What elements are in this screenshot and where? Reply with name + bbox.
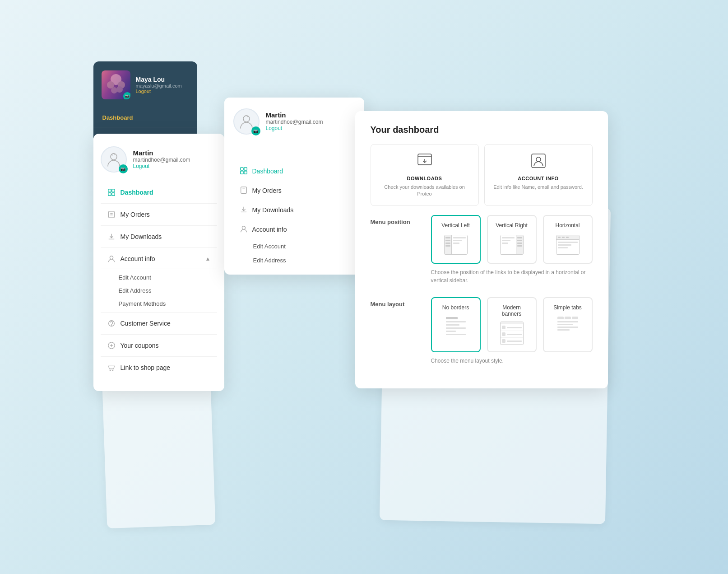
option-no-borders[interactable]: No borders — [431, 297, 481, 352]
downloads-card-title: DOWNLOADS — [377, 176, 472, 181]
submenu-payment[interactable]: Payment Methods — [114, 297, 217, 310]
mid-nav-downloads-label: My Downloads — [252, 206, 294, 214]
nav-link-account-left[interactable]: Account info ▲ — [101, 250, 217, 268]
svg-point-26 — [116, 86, 123, 93]
option-horizontal[interactable]: Horizontal — [543, 215, 593, 264]
dark-nav-dashboard[interactable]: Dashboard — [93, 108, 197, 127]
mid-nav-account[interactable]: Account info — [233, 220, 355, 239]
simple-tabs-preview — [548, 315, 587, 339]
panel-left-nav: 📷 Martin martindhoe@gmail.com Logout — [93, 134, 224, 391]
account-icon-left — [107, 254, 116, 263]
logout-link-left[interactable]: Logout — [133, 163, 190, 169]
user-email-left: martindhoe@gmail.com — [133, 157, 190, 163]
submenu-account-left: Edit Account Edit Address Payment Method… — [101, 269, 217, 310]
dashboard-icon-left — [107, 188, 116, 197]
user-info-mid: 📷 Martin martindhoe@gmail.com Logout — [233, 108, 355, 135]
user-text-left: Martin martindhoe@gmail.com Logout — [133, 149, 190, 169]
svg-point-12 — [110, 370, 111, 371]
submenu-edit-address[interactable]: Edit Address — [114, 284, 217, 297]
mid-account-icon — [240, 225, 248, 234]
account-card-icon — [491, 153, 586, 172]
mid-nav-list: Dashboard My Orders My Downloads — [224, 154, 364, 275]
mid-header: 📷 Martin martindhoe@gmail.com Logout — [224, 98, 364, 154]
no-borders-label: No borders — [436, 304, 475, 311]
svg-rect-15 — [240, 167, 243, 170]
dark-user-email: mayaslu@gmail.com — [136, 83, 182, 89]
svg-rect-4 — [108, 192, 111, 195]
horizontal-label: Horizontal — [548, 222, 587, 229]
modern-banners-label: Modern banners — [492, 304, 531, 317]
option-simple-tabs[interactable]: Simple tabs — [543, 297, 593, 352]
nav-link-coupons-left[interactable]: Your coupons — [101, 336, 217, 355]
nav-link-service-left[interactable]: Customer Service — [101, 314, 217, 332]
downloads-icon-left — [107, 232, 116, 241]
account-card-title: ACCOUNT INFO — [491, 176, 586, 181]
mid-nav-downloads[interactable]: My Downloads — [233, 201, 355, 220]
downloads-card-desc: Check your downloads availables on Prote… — [377, 184, 472, 198]
svg-point-32 — [536, 157, 541, 162]
nav-label-downloads-left: My Downloads — [121, 233, 162, 240]
option-vertical-right[interactable]: Vertical Right — [487, 215, 537, 264]
nav-label-orders-left: My Orders — [121, 211, 150, 218]
option-modern-banners[interactable]: Modern banners — [487, 297, 537, 352]
menu-layout-hint: Choose the menu layout style. — [431, 357, 593, 365]
right-content: Your dashboard DOWNLOADS Check yo — [355, 111, 608, 389]
svg-rect-19 — [241, 187, 246, 193]
dark-header: 📷 Maya Lou mayaslu@gmail.com Logout — [93, 61, 197, 108]
mid-nav-orders[interactable]: My Orders — [233, 181, 355, 201]
user-info-left: 📷 Martin martindhoe@gmail.com Logout — [101, 146, 217, 173]
option-vertical-left[interactable]: Vertical Left — [431, 215, 481, 264]
dashboard-title: Your dashboard — [371, 125, 593, 135]
nav-link-shop-left[interactable]: Link to shop page — [101, 359, 217, 377]
menu-position-section: Menu position Vertical Left — [371, 215, 593, 294]
nav-label-shop-left: Link to shop page — [121, 364, 171, 371]
dark-user-text: Maya Lou mayaslu@gmail.com Logout — [136, 76, 182, 94]
orders-icon-left — [107, 210, 116, 219]
camera-icon-mid[interactable]: 📷 — [251, 126, 260, 135]
no-borders-preview — [436, 315, 475, 339]
nav-link-dashboard-left[interactable]: Dashboard — [101, 183, 217, 201]
service-icon-left — [107, 319, 116, 328]
modern-banners-preview — [492, 322, 531, 345]
menu-layout-label: Menu layout — [371, 301, 420, 308]
user-text-mid: Martin martindhoe@gmail.com Logout — [266, 111, 323, 131]
nav-label-dashboard-left: Dashboard — [121, 189, 153, 196]
mid-downloads-icon — [240, 205, 248, 215]
vertical-left-label: Vertical Left — [436, 222, 475, 229]
nav-item-downloads-left[interactable]: My Downloads — [101, 228, 217, 246]
menu-layout-options: No borders — [431, 297, 593, 352]
nav-item-coupons-left[interactable]: Your coupons — [101, 336, 217, 355]
vertical-right-label: Vertical Right — [492, 222, 531, 229]
nav-item-shop-left[interactable]: Link to shop page — [101, 359, 217, 377]
nav-link-downloads-left[interactable]: My Downloads — [101, 228, 217, 246]
mid-nav-edit-account[interactable]: Edit Account — [233, 239, 355, 253]
svg-rect-3 — [111, 189, 114, 191]
svg-rect-18 — [244, 171, 246, 173]
dark-camera-icon[interactable]: 📷 — [123, 92, 130, 99]
logout-link-mid[interactable]: Logout — [266, 125, 323, 131]
svg-point-11 — [111, 325, 111, 326]
camera-icon-left[interactable]: 📷 — [119, 164, 128, 173]
downloads-card[interactable]: DOWNLOADS Check your downloads available… — [371, 144, 479, 206]
menu-layout-section: Menu layout No borders — [371, 297, 593, 375]
svg-rect-5 — [111, 192, 114, 195]
dark-logout-link[interactable]: Logout — [136, 89, 182, 94]
shop-icon-left — [107, 363, 116, 372]
nav-link-orders-left[interactable]: My Orders — [101, 205, 217, 224]
nav-item-orders-left[interactable]: My Orders — [101, 205, 217, 224]
panel-mid-nav: 📷 Martin martindhoe@gmail.com Logout — [224, 98, 364, 275]
mid-dash-icon — [240, 167, 248, 176]
svg-rect-16 — [244, 167, 246, 170]
mid-nav-edit-address[interactable]: Edit Address — [233, 253, 355, 267]
nav-item-dashboard-left[interactable]: Dashboard — [101, 183, 217, 201]
mid-orders-icon — [240, 186, 248, 196]
svg-rect-2 — [108, 189, 111, 191]
vertical-right-preview — [492, 233, 531, 257]
avatar-wrap-left: 📷 — [101, 146, 127, 173]
nav-item-service-left[interactable]: Customer Service — [101, 314, 217, 332]
submenu-edit-account[interactable]: Edit Account — [114, 271, 217, 284]
nav-item-account-left[interactable]: Account info ▲ Edit Account Edit Address… — [101, 250, 217, 310]
nav-list-left: Dashboard My Orders — [101, 183, 217, 377]
account-card[interactable]: ACCOUNT INFO Edit info like Name, email … — [484, 144, 593, 206]
mid-nav-dashboard[interactable]: Dashboard — [233, 162, 355, 181]
